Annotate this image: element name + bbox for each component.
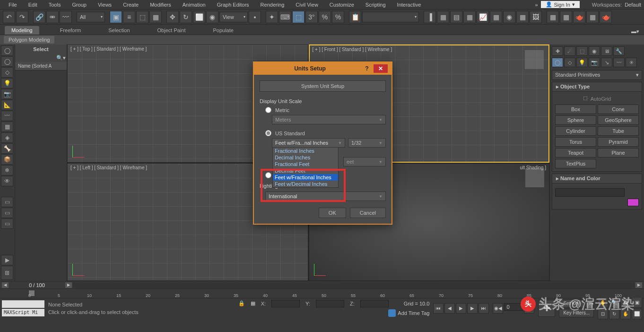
search-icon[interactable]: 🔍▾ (56, 55, 66, 61)
spinner-snap-button[interactable]: % (332, 11, 344, 23)
z-coord-input[interactable] (360, 300, 389, 307)
online-button[interactable]: ▦ (586, 11, 599, 23)
nav-orbit-button[interactable]: ↻ (609, 309, 619, 319)
dialog-titlebar[interactable]: Units Setup ? ✕ (254, 62, 392, 75)
dropdown-option[interactable]: Feet w/Decimal Inches (273, 181, 338, 187)
schematic-button[interactable]: ▦ (490, 11, 502, 23)
create-sphere-button[interactable]: Sphere (555, 115, 596, 125)
mirror-button[interactable]: ▐ (424, 11, 436, 23)
menu-civil-view[interactable]: Civil View (290, 1, 323, 9)
selection-lock-icon[interactable]: ▦ (251, 300, 255, 306)
cameras-icon[interactable]: 📷 (589, 58, 600, 67)
dropdown-option[interactable]: Feet w/Fractional Inches (273, 174, 338, 181)
ok-button[interactable]: OK (319, 208, 346, 218)
rail-btn-a[interactable]: ▭ (1, 197, 13, 207)
tab-populate[interactable]: Populate (206, 26, 240, 35)
dropdown-option[interactable]: Fractional Inches (273, 148, 338, 154)
spacewarps-icon[interactable]: 〰 (613, 58, 625, 67)
rotate-button[interactable]: ↻ (180, 11, 192, 23)
goto-start-button[interactable]: ⏮ (433, 303, 444, 314)
teapot-button[interactable]: 🫖 (573, 11, 585, 23)
menu-graph-editors[interactable]: Graph Editors (211, 1, 255, 9)
nav-max-button[interactable]: ⬜ (632, 309, 642, 319)
tab-selection[interactable]: Selection (102, 26, 136, 35)
tab-object-paint[interactable]: Object Paint (151, 26, 192, 35)
x-coord-input[interactable] (271, 300, 300, 307)
generic-radio-input[interactable] (265, 172, 271, 178)
create-torus-button[interactable]: Torus (555, 137, 596, 147)
named-selection-dropdown[interactable] (362, 12, 419, 22)
layer-button[interactable]: ▤ (450, 11, 462, 23)
dropdown-option[interactable]: Decimal Feet (273, 167, 338, 174)
percent-snap-button[interactable]: % (319, 11, 331, 23)
viewport-front-label[interactable]: [ + ] [ Front ] [ Standard ] [ Wireframe… (313, 47, 392, 52)
modify-tab-icon[interactable]: ☄ (564, 46, 575, 56)
viewcube-icon[interactable] (525, 168, 544, 187)
snap-toggle-button[interactable]: ⬚ (292, 11, 305, 23)
align-button[interactable]: ▦ (437, 11, 449, 23)
prev-key-button[interactable]: ◉◀ (493, 303, 503, 314)
create-teapot-button[interactable]: Teapot (555, 148, 596, 157)
menu-tools[interactable]: Tools (43, 1, 67, 9)
placement-button[interactable]: ◉ (206, 11, 218, 23)
help-icon[interactable]: ? (362, 65, 372, 72)
fraction-dropdown[interactable]: 1/32 ▼ (348, 138, 386, 148)
ribbon-collapse-icon[interactable]: ▬▾ (631, 28, 639, 35)
display-bone-icon[interactable]: 🦴 (1, 143, 13, 154)
goto-end-button[interactable]: ⏭ (479, 303, 489, 314)
metric-dropdown[interactable]: Meters ▼ (272, 115, 386, 124)
display-shapes-icon[interactable]: ◇ (1, 67, 13, 78)
object-type-header[interactable]: ▸ Object Type (552, 82, 642, 92)
nav-pan-button[interactable]: ✋ (598, 297, 608, 308)
rail-btn-c[interactable]: ▭ (1, 218, 13, 229)
nav-pan2-button[interactable]: ✋ (620, 309, 631, 319)
workspaces-value[interactable]: Default (625, 2, 641, 8)
display-groups-icon[interactable]: ▦ (1, 122, 13, 132)
tab-modeling[interactable]: Modeling (5, 26, 39, 35)
close-button[interactable]: ✕ (374, 64, 388, 73)
prev-frame-button[interactable]: ◀ (444, 303, 455, 314)
utilities-tab-icon[interactable]: 🔧 (613, 46, 625, 56)
time-tag-icon[interactable] (388, 309, 396, 317)
viewport-layout-icon[interactable]: ⊞ (1, 266, 13, 280)
display-geometry-icon[interactable]: ◯ (1, 56, 13, 67)
helpers-icon[interactable]: ↘ (601, 58, 612, 67)
material-editor-button[interactable]: ◉ (503, 11, 515, 23)
select-rect-button[interactable]: ⬚ (136, 11, 148, 23)
shapes-icon[interactable]: ◇ (564, 58, 575, 67)
system-unit-setup-button[interactable]: System Unit Setup (260, 80, 386, 92)
rail-expand-icon[interactable]: ▶ (1, 255, 13, 265)
metric-radio-input[interactable] (265, 107, 271, 113)
create-cone-button[interactable]: Cone (598, 105, 639, 114)
autokey-button[interactable]: ✚ (538, 300, 555, 317)
geometry-icon[interactable]: ◯ (552, 58, 563, 67)
viewport-left-label[interactable]: [ + ] [ Left ] [ Standard ] [ Wireframe … (70, 165, 147, 170)
primitive-category-dropdown[interactable]: Standard Primitives ▾ (552, 70, 642, 80)
motion-tab-icon[interactable]: ◉ (589, 46, 600, 56)
signin-button[interactable]: 👤 Sign In ▾ (541, 1, 580, 8)
hierarchy-tab-icon[interactable]: ⬚ (576, 46, 588, 56)
name-color-header[interactable]: ▸ Name and Color (552, 174, 642, 183)
play-button[interactable]: ▶ (456, 303, 466, 314)
menu-modifiers[interactable]: Modifiers (144, 1, 177, 9)
nav-zoom-all-button[interactable]: ▦ (620, 297, 631, 308)
next-frame-button[interactable]: ▶ (467, 303, 478, 314)
pivot-button[interactable]: ▪ (249, 11, 261, 23)
nav-zoom-button[interactable]: 🔍 (609, 297, 619, 308)
create-textplus-button[interactable]: TextPlus (555, 159, 596, 168)
object-color-swatch[interactable] (627, 199, 639, 206)
display-lights-icon[interactable]: 💡 (1, 78, 13, 88)
menu-edit[interactable]: Edit (23, 1, 43, 9)
maxscript-listener[interactable]: MAXScript Mi (2, 309, 44, 316)
scene-column-header[interactable]: Name (Sorted A (15, 62, 67, 70)
create-tab-icon[interactable]: ✚ (552, 46, 563, 56)
viewport-persp-label[interactable]: ult Shading ] (520, 165, 546, 170)
y-coord-input[interactable] (316, 300, 344, 307)
ref-coord-dropdown[interactable]: View (219, 12, 248, 22)
add-time-tag-label[interactable]: Add Time Tag (398, 310, 429, 316)
menu-rendering[interactable]: Rendering (255, 1, 290, 9)
viewcube-icon[interactable] (525, 50, 544, 69)
display-tab-icon[interactable]: 🖥 (601, 46, 612, 56)
display-hidden-icon[interactable]: 👁 (1, 176, 13, 186)
scroll-left-icon[interactable]: ◀ (2, 282, 9, 288)
